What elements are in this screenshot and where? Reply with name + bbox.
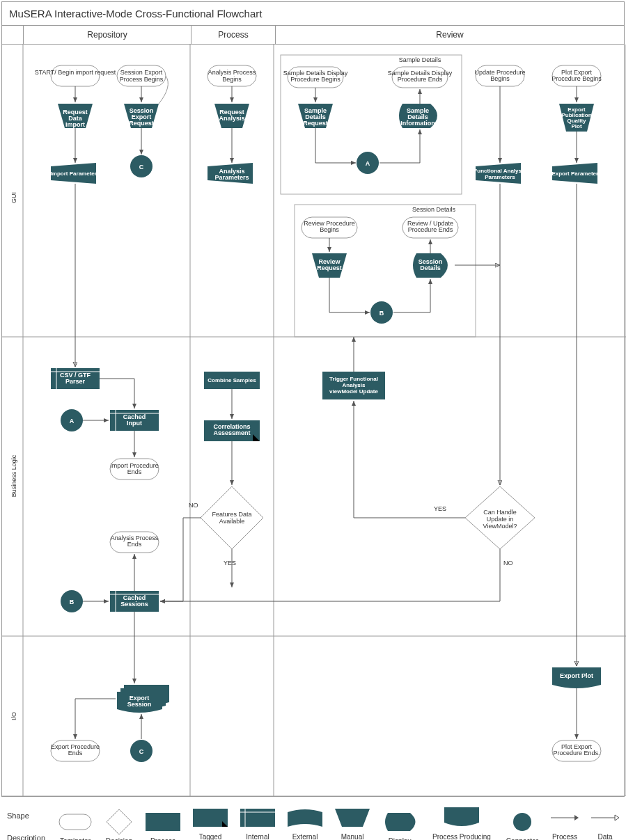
svg-text:Sample Details: Sample Details — [399, 56, 441, 63]
svg-rect-90 — [59, 814, 91, 830]
svg-text:YES: YES — [434, 505, 446, 512]
svg-rect-91 — [146, 813, 180, 831]
legend-process-flow: Process Flow — [551, 805, 579, 840]
svg-text:Can HandleUpdate inViewModel?: Can HandleUpdate inViewModel? — [483, 509, 517, 530]
col-process: Process — [191, 26, 276, 44]
svg-text:Review / UpdateProcedure Ends: Review / UpdateProcedure Ends — [407, 220, 453, 233]
legend: Shape Description Teminator Decision Pro… — [0, 798, 626, 840]
legend-document: Process Producing Single Document — [430, 805, 494, 840]
svg-text:GUI: GUI — [10, 192, 17, 203]
flowchart-frame: MuSERA Interactive-Mode Cross-Functional… — [1, 1, 625, 797]
svg-text:Import Parameters: Import Parameters — [51, 171, 100, 177]
svg-text:I/O: I/O — [10, 712, 17, 720]
svg-text:A: A — [366, 160, 370, 167]
legend-data-flow: Data Flow — [591, 805, 619, 840]
svg-text:Export Parameters: Export Parameters — [551, 171, 602, 177]
svg-text:Session ExportProcess Begins: Session ExportProcess Begins — [120, 69, 164, 83]
legend-display: Display — [382, 809, 417, 841]
svg-text:YES: YES — [224, 560, 236, 566]
svg-text:RequestAnalysis: RequestAnalysis — [219, 109, 244, 122]
column-headers: Repository Process Review — [2, 26, 624, 45]
svg-text:A: A — [70, 418, 75, 425]
svg-text:B: B — [70, 599, 75, 605]
svg-text:Session Details: Session Details — [412, 206, 456, 213]
legend-manual-op: Manual Operation — [335, 805, 370, 840]
svg-text:CorrelationsAssessment: CorrelationsAssessment — [213, 423, 250, 436]
legend-connector: Connector — [506, 809, 538, 841]
svg-text:SessionDetails: SessionDetails — [418, 258, 443, 271]
legend-tagged: Tagged Process — [193, 805, 228, 840]
svg-text:Export Plot: Export Plot — [560, 672, 593, 679]
svg-text:C: C — [139, 748, 144, 755]
col-review: Review — [276, 26, 624, 44]
chart-title: MuSERA Interactive-Mode Cross-Functional… — [2, 2, 624, 26]
svg-text:ExportSession: ExportSession — [127, 695, 152, 708]
legend-internal-storage: Internal Storage — [240, 805, 275, 840]
svg-text:B: B — [379, 310, 384, 317]
svg-text:NO: NO — [503, 560, 513, 566]
flowchart-svg: .t{font:9px Calibri,Arial;fill:#333} .tw… — [2, 45, 626, 796]
svg-text:SampleDetailsRequest: SampleDetailsRequest — [303, 107, 328, 127]
legend-process: Process — [146, 809, 180, 841]
svg-text:Combine Samples: Combine Samples — [208, 377, 256, 383]
legend-desc-label: Description — [7, 834, 45, 840]
svg-text:CachedSessions: CachedSessions — [120, 594, 148, 608]
svg-text:Sample Details DisplayProcedur: Sample Details DisplayProcedure Begins — [283, 70, 348, 83]
legend-terminator: Teminator — [58, 809, 93, 841]
svg-point-96 — [513, 813, 531, 831]
svg-text:NO: NO — [189, 502, 198, 509]
legend-external-storage: External Storage — [288, 805, 322, 840]
svg-text:ReviewRequest: ReviewRequest — [317, 258, 342, 271]
col-repository: Repository — [24, 26, 191, 44]
svg-text:Business Logic: Business Logic — [10, 454, 17, 497]
legend-shape-label: Shape — [7, 811, 45, 820]
svg-text:C: C — [139, 164, 144, 171]
svg-text:SessionExportRequest: SessionExportRequest — [129, 107, 154, 127]
svg-text:START/ Begin import request: START/ Begin import request — [35, 69, 116, 76]
svg-text:AnalysisParameters: AnalysisParameters — [214, 168, 249, 181]
legend-decision: Decision — [105, 809, 133, 841]
